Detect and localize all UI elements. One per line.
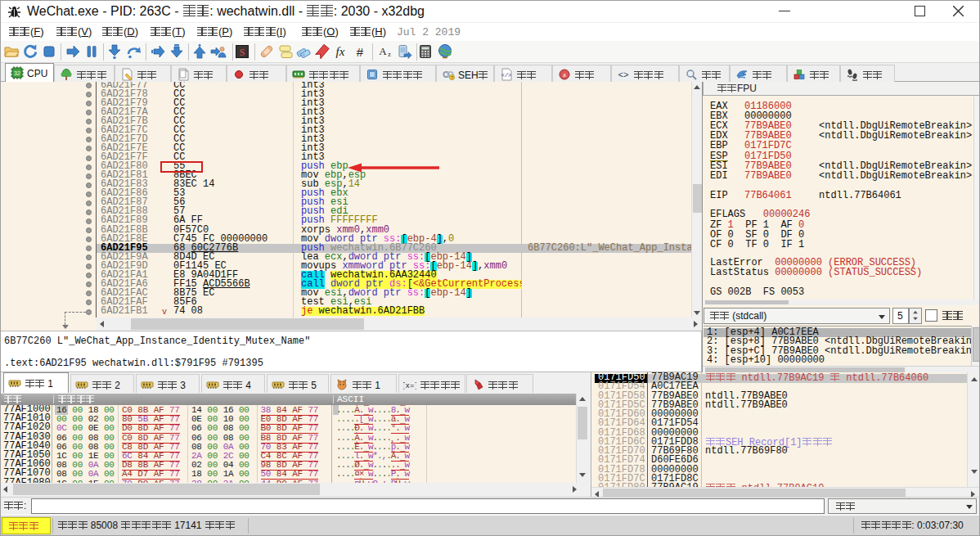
svg-text:S: S [240, 47, 245, 58]
svg-text:</>: </> [501, 72, 512, 79]
svg-text:?: ? [451, 75, 453, 80]
svg-text:fx: fx [336, 45, 345, 58]
svg-text:A: A [379, 45, 387, 57]
svg-text:z: z [388, 51, 391, 58]
svg-text:32: 32 [14, 70, 20, 76]
svg-text:a: a [563, 71, 566, 79]
svg-text:[x=]: [x=] [403, 382, 416, 390]
svg-text:<>: <> [618, 70, 628, 80]
svg-text:#: # [357, 45, 364, 59]
